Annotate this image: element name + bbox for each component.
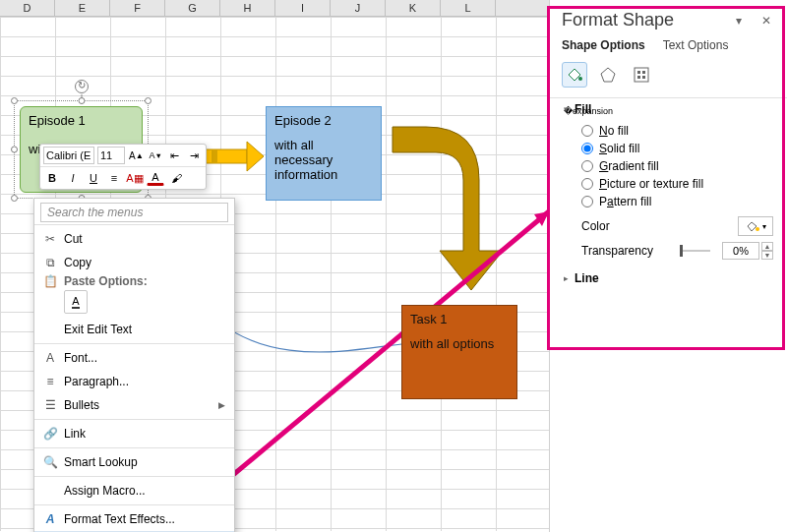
fill-color-icon[interactable]: A▦ bbox=[126, 169, 144, 187]
radio-no-fill[interactable]: NNo fillo fill bbox=[581, 122, 773, 140]
col-I[interactable]: I bbox=[275, 0, 331, 16]
svg-marker-7 bbox=[601, 68, 615, 82]
fill-line-tab-icon[interactable] bbox=[562, 62, 587, 88]
format-shape-panel[interactable]: Format Shape ▾ ✕ Shape Options Text Opti… bbox=[549, 0, 787, 532]
font-family-select[interactable] bbox=[43, 147, 94, 164]
col-L[interactable]: L bbox=[441, 0, 496, 16]
line-section-header[interactable]: ▸ Line bbox=[564, 271, 773, 285]
paste-keep-text-button[interactable]: A bbox=[64, 290, 88, 314]
paint-bucket-icon bbox=[566, 66, 583, 84]
scissors-icon: ✂ bbox=[40, 232, 60, 246]
shrink-font-icon[interactable]: A▼ bbox=[148, 147, 164, 164]
menu-paragraph[interactable]: ≡ Paragraph... bbox=[34, 370, 234, 393]
svg-marker-13 bbox=[748, 222, 757, 231]
menu-copy[interactable]: ⧉ Copy bbox=[34, 251, 234, 274]
clipboard-icon: 📋 bbox=[40, 274, 60, 288]
panel-dropdown-icon[interactable]: ▾ bbox=[730, 12, 748, 30]
col-K[interactable]: K bbox=[386, 0, 441, 16]
col-G[interactable]: G bbox=[165, 0, 220, 16]
shape-blue-title: Episode 2 bbox=[274, 113, 373, 128]
menu-bullets[interactable]: ☰ Bullets ▶ bbox=[34, 393, 234, 417]
col-J[interactable]: J bbox=[331, 0, 386, 16]
menu-font[interactable]: A Font... bbox=[34, 346, 234, 370]
fill-color-picker[interactable]: ▾ bbox=[738, 216, 773, 236]
svg-point-14 bbox=[756, 227, 759, 231]
menu-paste-heading: 📋 Paste Options: bbox=[34, 274, 234, 288]
svg-rect-11 bbox=[637, 76, 640, 79]
underline-button[interactable]: U bbox=[85, 169, 102, 187]
effects-tab-icon[interactable] bbox=[595, 62, 621, 88]
col-E[interactable]: E bbox=[55, 0, 110, 16]
font-icon: A bbox=[40, 351, 60, 365]
col-F[interactable]: F bbox=[110, 0, 165, 16]
search-icon: 🔍 bbox=[40, 455, 60, 469]
dec-indent-icon[interactable]: ⇥ bbox=[186, 147, 203, 164]
transparency-slider[interactable] bbox=[680, 250, 710, 252]
link-icon: 🔗 bbox=[40, 427, 60, 441]
align-icon[interactable]: ≡ bbox=[105, 169, 123, 187]
shape-blue-body: with all necessary information bbox=[274, 138, 373, 182]
svg-rect-12 bbox=[642, 76, 645, 79]
panel-title: Format Shape bbox=[562, 10, 674, 30]
shape-orange-title: Task 1 bbox=[410, 312, 509, 326]
format-painter-icon[interactable]: 🖌 bbox=[167, 169, 185, 187]
mini-toolbar[interactable]: A▲ A▼ ⇤ ⇥ B I U ≡ A▦ A 🖌 bbox=[39, 144, 207, 190]
paint-bucket-small-icon bbox=[745, 219, 760, 233]
radio-picture-fill[interactable]: Picture or texture fill bbox=[581, 175, 773, 193]
menu-cut[interactable]: ✂ Cut bbox=[34, 227, 234, 251]
paragraph-icon: ≡ bbox=[40, 375, 60, 388]
text-effects-icon: A bbox=[40, 512, 60, 526]
menu-exit-edit-text[interactable]: Exit Edit Text bbox=[34, 318, 234, 341]
radio-solid-fill[interactable]: Solid fill bbox=[581, 140, 773, 157]
svg-rect-9 bbox=[637, 71, 640, 74]
context-menu[interactable]: Search the menus ✂ Cut ⧉ Copy 📋 Paste Op… bbox=[33, 198, 235, 532]
shape-orange-body: with all options bbox=[410, 336, 509, 351]
paste-text-icon: A bbox=[72, 295, 79, 309]
italic-button[interactable]: I bbox=[64, 169, 82, 187]
chevron-right-icon: ▶ bbox=[218, 400, 234, 410]
shape-green-title: Episode 1 bbox=[29, 113, 134, 128]
menu-format-text-effects[interactable]: A Format Text Effects... bbox=[34, 507, 234, 531]
grow-font-icon[interactable]: A▲ bbox=[128, 147, 145, 164]
color-label: Color bbox=[581, 219, 672, 233]
chevron-down-icon: ▾ bbox=[564, 104, 569, 114]
svg-rect-10 bbox=[642, 71, 645, 74]
font-size-select[interactable] bbox=[97, 147, 125, 164]
size-tab-icon[interactable] bbox=[629, 62, 654, 88]
col-H[interactable]: H bbox=[220, 0, 275, 16]
copy-icon: ⧉ bbox=[40, 256, 60, 269]
svg-rect-8 bbox=[635, 68, 648, 82]
shape-episode-2[interactable]: Episode 2 with all necessary information bbox=[266, 106, 382, 201]
radio-gradient-fill[interactable]: Gradient fill bbox=[581, 157, 773, 175]
close-icon[interactable]: ✕ bbox=[757, 12, 775, 30]
bullets-icon: ☰ bbox=[40, 398, 60, 412]
shape-task-1[interactable]: Task 1 with all options bbox=[401, 305, 517, 399]
chevron-right-icon: ▸ bbox=[564, 273, 569, 283]
menu-link[interactable]: 🔗 Link bbox=[34, 422, 234, 445]
column-headers: D E F G H I J K L bbox=[0, 0, 550, 17]
tab-shape-options[interactable]: Shape Options bbox=[562, 38, 645, 52]
pentagon-icon bbox=[599, 66, 617, 84]
font-color-icon[interactable]: A bbox=[147, 171, 164, 186]
col-D[interactable]: D bbox=[0, 0, 55, 16]
menu-assign-macro[interactable]: Assign Macro... bbox=[34, 479, 234, 502]
bold-button[interactable]: B bbox=[43, 169, 61, 187]
radio-pattern-fill[interactable]: Pattern fill bbox=[581, 193, 773, 210]
transparency-value[interactable]: 0% bbox=[722, 242, 759, 260]
spreadsheet-sheet[interactable]: D E F G H I J K L Episode 1 wi bbox=[0, 0, 550, 531]
size-props-icon bbox=[633, 66, 650, 84]
svg-point-6 bbox=[578, 77, 582, 81]
transparency-spinner[interactable]: ▲▼ bbox=[761, 242, 773, 260]
menu-search-input[interactable]: Search the menus bbox=[40, 203, 228, 222]
transparency-label: Transparency bbox=[581, 244, 672, 258]
menu-smart-lookup[interactable]: 🔍 Smart Lookup bbox=[34, 450, 234, 474]
inc-indent-icon[interactable]: ⇤ bbox=[167, 147, 184, 164]
tab-text-options[interactable]: Text Options bbox=[663, 38, 729, 52]
